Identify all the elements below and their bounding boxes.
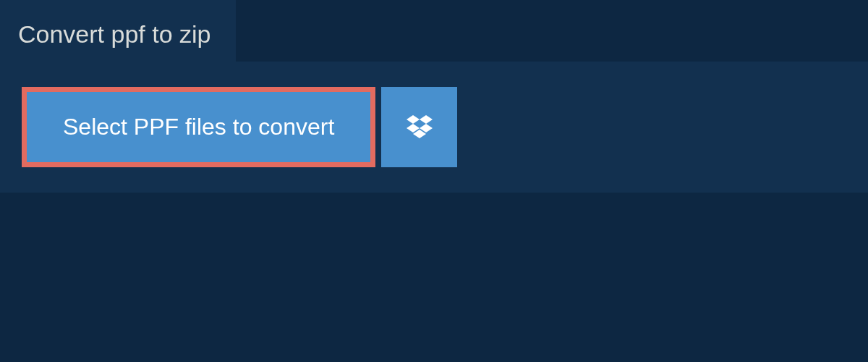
tab-convert-ppf-to-zip[interactable]: Convert ppf to zip	[0, 0, 236, 62]
dropbox-button[interactable]	[381, 87, 457, 167]
dropbox-icon	[405, 113, 434, 142]
svg-marker-0	[407, 115, 420, 124]
file-select-row: Select PPF files to convert	[22, 87, 846, 167]
content-panel: Select PPF files to convert	[0, 62, 868, 193]
select-files-button[interactable]: Select PPF files to convert	[22, 87, 375, 167]
tab-bar: Convert ppf to zip	[0, 0, 868, 62]
select-files-label: Select PPF files to convert	[63, 114, 334, 140]
tab-title: Convert ppf to zip	[18, 20, 210, 48]
svg-marker-1	[420, 115, 433, 124]
